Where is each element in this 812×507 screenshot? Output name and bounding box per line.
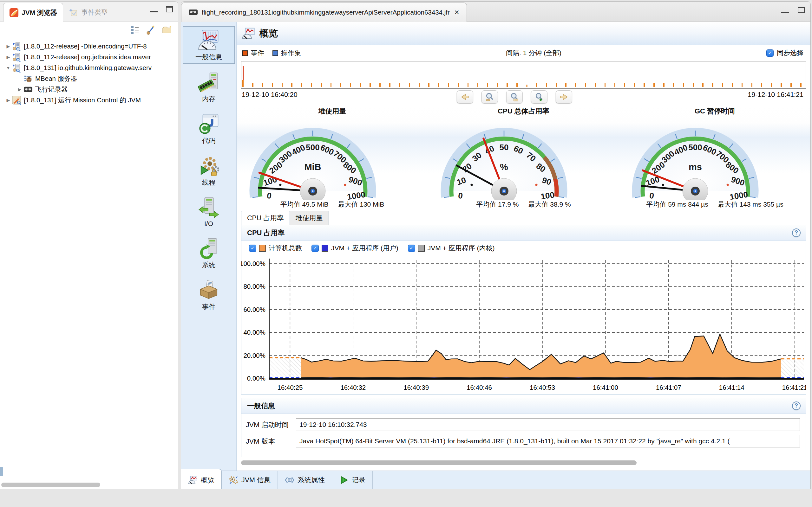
scrollbar-thumb[interactable] [241,460,637,465]
mc-jvm-icon [12,96,21,105]
series-checkbox[interactable]: ✓ [249,245,256,252]
svg-text:0: 0 [266,191,272,200]
tree-jvm-icon [12,63,21,72]
opset-toggle[interactable]: 操作集 [281,49,301,57]
chart-tab-1[interactable]: 堆使用量 [290,211,329,225]
maximize-editor-icon[interactable] [798,7,805,13]
sysprops-icon [285,475,294,485]
legend-item: ✓JVM + 应用程序 (内核) [408,244,495,252]
content-hscrollbar[interactable] [241,460,806,465]
timeline-strip[interactable] [241,61,806,89]
sidebar-item-events[interactable]: 事件 [183,276,235,314]
panel-tab-event-types[interactable]: 事件类型 [63,3,113,22]
sidebar-item-code[interactable]: 代码 [183,110,235,147]
info-value-field[interactable]: Java HotSpot(TM) 64-Bit Server VM (25.13… [296,435,800,447]
record-icon [339,475,349,485]
cpu-usage-chart[interactable]: 0.00%20.00%40.00%60.00%80.00%100.00%16:4… [241,256,806,394]
code-icon [198,113,220,135]
minimize-panel-icon[interactable] [150,6,158,12]
timeline-tick [487,83,489,87]
collapsed-arrow-icon[interactable]: ▶ [16,87,23,92]
timeline-zoom-out-button[interactable] [481,90,498,104]
tree-item[interactable]: ▼[1.8.0_131] io.github.kimmking.gateway.… [0,62,178,73]
svg-text:100.00%: 100.00% [241,260,265,267]
tree-item[interactable]: ▶[1.8.0_131] 运行 Mission Control 的 JVM [0,95,178,106]
sidebar-item-io[interactable]: I/O [183,193,235,230]
sidebar-item-memory[interactable]: 内存 [183,68,235,106]
bottom-tab-record[interactable]: 记录 [332,471,373,489]
timeline-tick [311,83,312,87]
cassette-icon [189,8,198,17]
series-checkbox[interactable]: ✓ [408,245,415,252]
collapsed-arrow-icon[interactable]: ▶ [4,98,12,103]
tree-jvm-icon [12,42,21,51]
scrollbar-thumb[interactable] [1,483,100,487]
tree-item[interactable]: MBean 服务器 [0,73,178,84]
info-row: JVM 版本Java HotSpot(TM) 64-Bit Server VM … [246,435,800,447]
panel-tab-jvm-browser[interactable]: JVM 浏览器 [3,3,63,22]
open-folder-button[interactable] [161,24,172,35]
svg-text:20.00%: 20.00% [243,352,265,359]
sidebar-item-general-info[interactable]: 一般信息 [183,26,235,64]
timeline-tick [369,83,371,87]
tree-item[interactable]: ▶飞行记录器 [0,84,178,95]
left-panel-hscrollbar[interactable] [1,483,172,487]
editor-tab-title: flight_recording_180131iogithubkimmkingg… [202,9,450,16]
system-icon [198,237,220,259]
bottom-tab-sysprops[interactable]: 系统属性 [278,471,332,489]
chart-tab-0[interactable]: CPU 占用率 [241,211,290,225]
events-toggle[interactable]: 事件 [251,49,264,57]
timeline-zoom-in-button[interactable] [531,90,547,104]
svg-text:80.00%: 80.00% [243,283,265,290]
collapse-tree-button[interactable] [130,24,141,35]
timeline-tick [526,84,527,87]
editor-bottom-tabs: 概览JVM 信息系统属性记录 [181,470,810,489]
info-value-field[interactable]: 19-12-10 16:10:32.743 [296,418,800,431]
timeline-back-button[interactable] [456,90,473,104]
cpu-section-title: CPU 占用率 [247,228,792,238]
timeline-tick [634,83,635,87]
tree-item[interactable]: ▶[1.8.0_112-release] org.jetbrains.idea.… [0,52,178,62]
timeline-tick [399,83,400,87]
timeline-zoom-range-button[interactable] [506,90,522,104]
timeline-tick [507,83,508,87]
mbean-icon [23,74,33,83]
timeline-tick [272,83,273,87]
svg-text:MiB: MiB [304,162,321,172]
sidebar-item-threads[interactable]: 线程 [183,152,235,189]
editor-tab-flight-recording[interactable]: flight_recording_180131iogithubkimmkingg… [181,3,467,22]
sidebar-item-system[interactable]: 系统 [183,234,235,272]
gauge-dial: 01002003004005006007008009001000ms [619,116,771,200]
connect-wizard-button[interactable] [146,24,156,35]
series-checkbox[interactable]: ✓ [311,245,319,252]
timeline-forward-button[interactable] [555,90,572,104]
jvm-browser-panel: JVM 浏览器事件类型 ▶[1.8.0_112-release] -Dfile.… [0,1,178,489]
legend-item: ✓JVM + 应用程序 (用户) [311,244,398,252]
tree-item[interactable]: ▶[1.8.0_112-release] -Dfile.encoding=UTF… [0,41,178,52]
close-icon[interactable]: ✕ [454,9,460,16]
sync-selection-checkbox[interactable]: ✓ [766,49,774,57]
svg-text:16:40:25: 16:40:25 [277,384,303,391]
opset-swatch [272,50,278,56]
cpu-usage-section: CPU 占用率 ? ✓计算机总数✓JVM + 应用程序 (用户)✓JVM + 应… [241,225,806,395]
collapsed-arrow-icon[interactable]: ▶ [4,55,12,60]
bottom-tab-overview[interactable]: 概览 [181,469,222,489]
bottom-tab-jvm-info[interactable]: JVM 信息 [222,471,278,489]
help-icon[interactable]: ? [792,401,801,410]
overview-header: 概览 [237,22,810,45]
mission-control-window: JVM 浏览器事件类型 ▶[1.8.0_112-release] -Dfile.… [0,0,812,507]
help-icon[interactable]: ? [792,228,801,237]
collapsed-arrow-icon[interactable]: ▶ [4,44,12,49]
minimize-editor-icon[interactable] [781,7,789,13]
maximize-panel-icon[interactable] [166,6,173,12]
general-info-section: 一般信息 ? JVM 启动时间19-12-10 16:10:32.743JVM … [241,398,806,457]
jvm-info-icon [229,475,238,485]
cassette-icon [189,8,198,17]
timeline-tick [732,83,733,87]
svg-text:16:40:39: 16:40:39 [403,384,429,391]
timeline-tick [360,83,361,87]
svg-text:16:40:53: 16:40:53 [530,384,555,391]
expanded-arrow-icon[interactable]: ▼ [4,65,12,70]
collapse-tree-icon [130,25,140,35]
timeline-tick [663,83,664,87]
